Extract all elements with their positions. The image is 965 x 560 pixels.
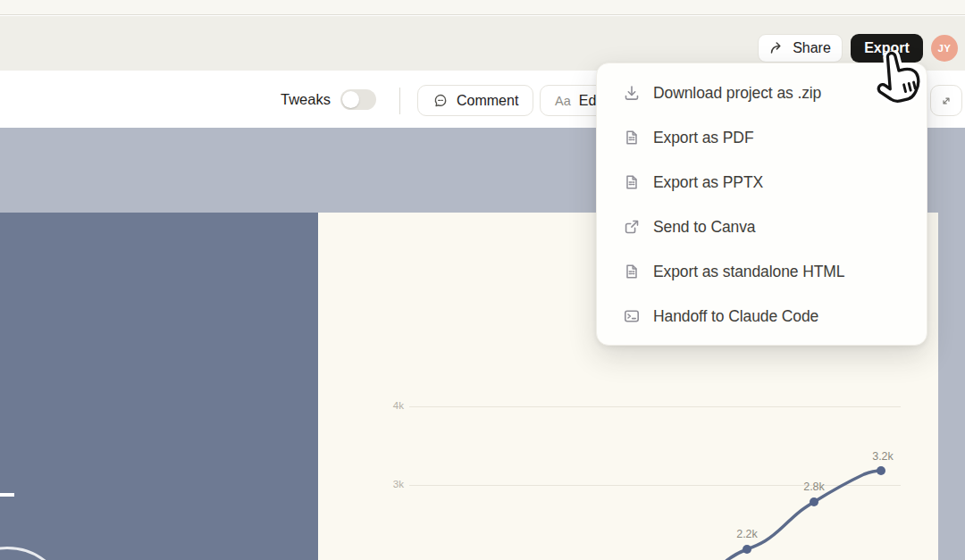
- file-icon: [623, 129, 641, 146]
- text-style-icon: Aa: [555, 94, 571, 108]
- slide-decorative-arc: [0, 547, 70, 560]
- menu-item-label: Export as standalone HTML: [653, 263, 844, 281]
- avatar-initials: JY: [938, 43, 952, 54]
- tweaks-toggle[interactable]: [340, 89, 376, 110]
- share-button[interactable]: Share: [758, 34, 843, 63]
- avatar[interactable]: JY: [931, 35, 958, 62]
- point-label-3200: 3.2k: [872, 450, 894, 463]
- menu-item-label: Download project as .zip: [653, 84, 821, 103]
- menu-item-label: Export as PPTX: [653, 173, 763, 192]
- file-icon: [623, 263, 641, 280]
- export-menu: Download project as .zip Export as PDF E…: [596, 63, 927, 346]
- menu-item-label: Handoff to Claude Code: [653, 307, 818, 326]
- terminal-icon: [623, 307, 641, 325]
- data-point-2800: [810, 497, 818, 506]
- menu-item-send-to-canva[interactable]: Send to Canva: [597, 205, 927, 249]
- fullscreen-button[interactable]: [930, 85, 962, 116]
- slide-accent-dash: [0, 493, 14, 497]
- share-label: Share: [793, 40, 831, 56]
- external-link-icon: [623, 218, 641, 236]
- window-top-strip: [0, 0, 965, 15]
- data-point-2200: [743, 545, 751, 554]
- menu-item-label: Export as PDF: [653, 129, 753, 147]
- comment-button[interactable]: Comment: [417, 85, 533, 116]
- file-icon: [623, 173, 641, 191]
- slide-left-panel: [0, 213, 318, 560]
- expand-icon: [939, 94, 953, 108]
- download-icon: [623, 84, 641, 102]
- share-icon: [769, 41, 785, 55]
- menu-item-handoff-claude-code[interactable]: Handoff to Claude Code: [597, 294, 927, 339]
- comment-label: Comment: [457, 93, 518, 109]
- data-point-3200: [877, 466, 885, 475]
- tweaks-toggle-knob: [342, 91, 359, 108]
- menu-item-label: Send to Canva: [653, 218, 755, 237]
- comment-icon: [432, 93, 449, 109]
- tweaks-label: Tweaks: [281, 91, 331, 108]
- menu-item-export-pdf[interactable]: Export as PDF: [597, 115, 927, 160]
- point-label-2800: 2.8k: [803, 481, 825, 493]
- toolbar-divider: [399, 88, 400, 114]
- menu-item-export-html[interactable]: Export as standalone HTML: [597, 249, 927, 294]
- point-label-2200: 2.2k: [736, 528, 758, 540]
- menu-item-export-pptx[interactable]: Export as PPTX: [597, 160, 927, 205]
